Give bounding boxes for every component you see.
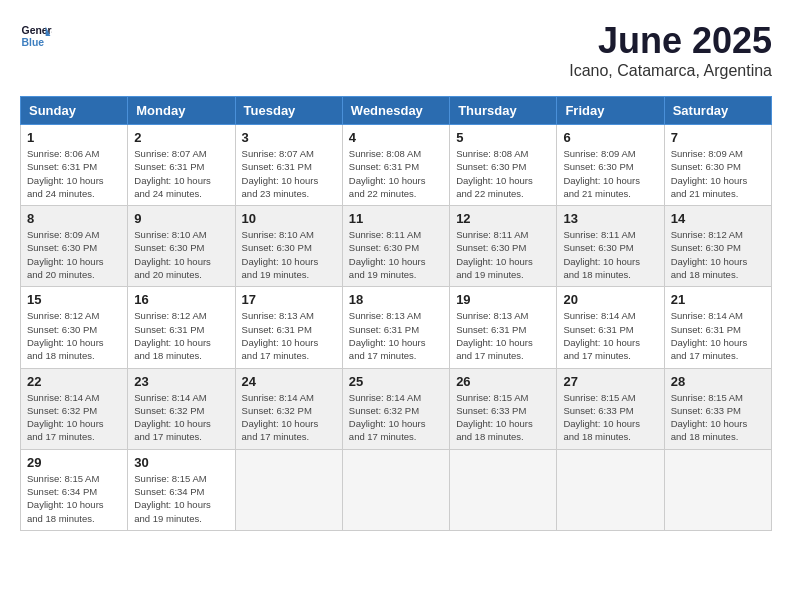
calendar-table: Sunday Monday Tuesday Wednesday Thursday… [20, 96, 772, 531]
table-row: 21Sunrise: 8:14 AMSunset: 6:31 PMDayligh… [664, 287, 771, 368]
table-row: 23Sunrise: 8:14 AMSunset: 6:32 PMDayligh… [128, 368, 235, 449]
calendar-subtitle: Icano, Catamarca, Argentina [569, 62, 772, 80]
table-row: 15Sunrise: 8:12 AMSunset: 6:30 PMDayligh… [21, 287, 128, 368]
header-thursday: Thursday [450, 97, 557, 125]
table-row: 28Sunrise: 8:15 AMSunset: 6:33 PMDayligh… [664, 368, 771, 449]
header-saturday: Saturday [664, 97, 771, 125]
table-row: 7Sunrise: 8:09 AMSunset: 6:30 PMDaylight… [664, 125, 771, 206]
table-row: 30Sunrise: 8:15 AMSunset: 6:34 PMDayligh… [128, 449, 235, 530]
logo: General Blue [20, 20, 52, 52]
table-row: 12Sunrise: 8:11 AMSunset: 6:30 PMDayligh… [450, 206, 557, 287]
table-row [450, 449, 557, 530]
table-row: 9Sunrise: 8:10 AMSunset: 6:30 PMDaylight… [128, 206, 235, 287]
header-tuesday: Tuesday [235, 97, 342, 125]
table-row: 24Sunrise: 8:14 AMSunset: 6:32 PMDayligh… [235, 368, 342, 449]
table-row: 5Sunrise: 8:08 AMSunset: 6:30 PMDaylight… [450, 125, 557, 206]
title-area: June 2025 Icano, Catamarca, Argentina [569, 20, 772, 80]
table-row: 20Sunrise: 8:14 AMSunset: 6:31 PMDayligh… [557, 287, 664, 368]
table-row: 14Sunrise: 8:12 AMSunset: 6:30 PMDayligh… [664, 206, 771, 287]
table-row [664, 449, 771, 530]
table-row: 16Sunrise: 8:12 AMSunset: 6:31 PMDayligh… [128, 287, 235, 368]
table-row [235, 449, 342, 530]
calendar-header-row: Sunday Monday Tuesday Wednesday Thursday… [21, 97, 772, 125]
svg-text:Blue: Blue [22, 37, 45, 48]
table-row [557, 449, 664, 530]
table-row: 25Sunrise: 8:14 AMSunset: 6:32 PMDayligh… [342, 368, 449, 449]
table-row: 10Sunrise: 8:10 AMSunset: 6:30 PMDayligh… [235, 206, 342, 287]
table-row: 11Sunrise: 8:11 AMSunset: 6:30 PMDayligh… [342, 206, 449, 287]
table-row: 29Sunrise: 8:15 AMSunset: 6:34 PMDayligh… [21, 449, 128, 530]
table-row: 3Sunrise: 8:07 AMSunset: 6:31 PMDaylight… [235, 125, 342, 206]
table-row: 26Sunrise: 8:15 AMSunset: 6:33 PMDayligh… [450, 368, 557, 449]
header-monday: Monday [128, 97, 235, 125]
logo-icon: General Blue [20, 20, 52, 52]
table-row: 22Sunrise: 8:14 AMSunset: 6:32 PMDayligh… [21, 368, 128, 449]
table-row: 2Sunrise: 8:07 AMSunset: 6:31 PMDaylight… [128, 125, 235, 206]
header-sunday: Sunday [21, 97, 128, 125]
table-row: 17Sunrise: 8:13 AMSunset: 6:31 PMDayligh… [235, 287, 342, 368]
table-row: 1Sunrise: 8:06 AMSunset: 6:31 PMDaylight… [21, 125, 128, 206]
table-row: 6Sunrise: 8:09 AMSunset: 6:30 PMDaylight… [557, 125, 664, 206]
table-row: 13Sunrise: 8:11 AMSunset: 6:30 PMDayligh… [557, 206, 664, 287]
table-row: 18Sunrise: 8:13 AMSunset: 6:31 PMDayligh… [342, 287, 449, 368]
page-header: General Blue June 2025 Icano, Catamarca,… [20, 20, 772, 80]
calendar-title: June 2025 [569, 20, 772, 62]
table-row: 8Sunrise: 8:09 AMSunset: 6:30 PMDaylight… [21, 206, 128, 287]
table-row [342, 449, 449, 530]
table-row: 27Sunrise: 8:15 AMSunset: 6:33 PMDayligh… [557, 368, 664, 449]
header-friday: Friday [557, 97, 664, 125]
table-row: 4Sunrise: 8:08 AMSunset: 6:31 PMDaylight… [342, 125, 449, 206]
table-row: 19Sunrise: 8:13 AMSunset: 6:31 PMDayligh… [450, 287, 557, 368]
header-wednesday: Wednesday [342, 97, 449, 125]
